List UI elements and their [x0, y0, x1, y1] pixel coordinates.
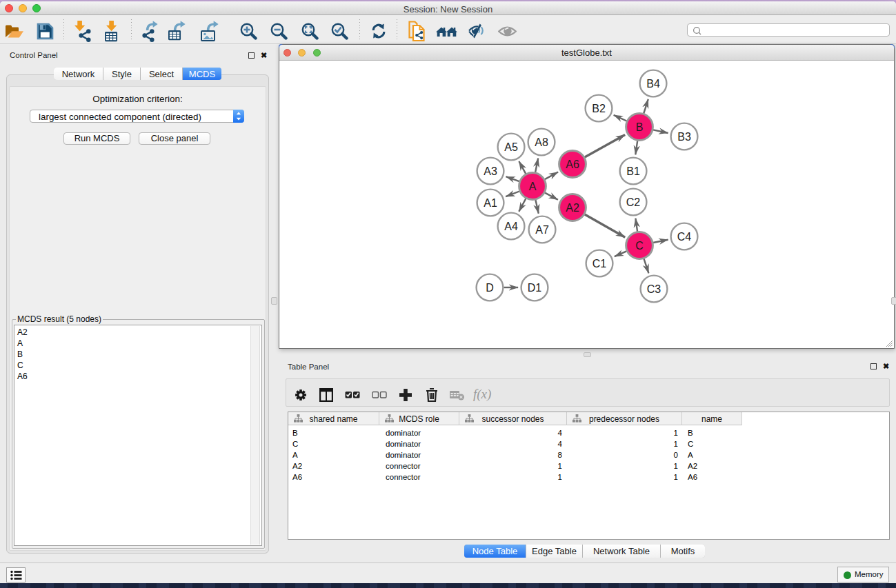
result-scrollbar[interactable]: [250, 326, 260, 545]
open-file-button[interactable]: [5, 23, 24, 40]
graph-node-A5[interactable]: A5: [498, 134, 525, 161]
table-panel-close-icon[interactable]: ✖: [883, 363, 889, 370]
graph-edge-B-B2[interactable]: [614, 115, 627, 121]
graph-edge-A6-B[interactable]: [585, 135, 625, 158]
apply-layout-button[interactable]: [371, 23, 386, 39]
mcds-result-item[interactable]: A6: [17, 371, 28, 382]
import-table-button[interactable]: [103, 20, 122, 43]
first-neighbors-button[interactable]: [436, 26, 457, 37]
graph-node-A1[interactable]: A1: [477, 190, 504, 216]
delete-columns-button[interactable]: [425, 387, 439, 403]
graph-edge-A-A2[interactable]: [545, 193, 558, 200]
unselect-all-button[interactable]: [372, 389, 387, 401]
desktop-wallpaper: [0, 583, 896, 588]
graph-node-B1[interactable]: B1: [620, 158, 647, 185]
save-session-button[interactable]: [37, 23, 54, 40]
graph-edge-B-B4[interactable]: [644, 99, 648, 114]
close-panel-button[interactable]: Close panel: [139, 132, 210, 145]
graph-node-B3[interactable]: B3: [671, 123, 698, 150]
graph-node-B4[interactable]: B4: [640, 70, 667, 97]
graph-node-C[interactable]: C: [626, 232, 653, 259]
column-header-MCDS-role[interactable]: MCDS role: [379, 412, 459, 425]
export-table-button[interactable]: [168, 20, 188, 42]
graph-node-A3[interactable]: A3: [477, 158, 504, 185]
control-tab-style[interactable]: Style: [103, 68, 141, 80]
column-header-predecessor-nodes[interactable]: predecessor nodes: [567, 412, 682, 425]
export-network-button[interactable]: [141, 20, 161, 42]
mcds-result-item[interactable]: A2: [17, 327, 28, 338]
control-tab-network[interactable]: Network: [54, 68, 103, 80]
network-window-titlebar[interactable]: testGlobe.txt: [279, 45, 894, 61]
export-image-button[interactable]: [200, 20, 221, 42]
window-resize-grip[interactable]: [885, 339, 893, 347]
graph-edge-C-C1[interactable]: [615, 251, 627, 256]
graph-edge-A-A4[interactable]: [519, 199, 526, 212]
mcds-result-list[interactable]: A2ABCA6: [14, 325, 262, 546]
table-tab-node-table[interactable]: Node Table: [464, 545, 526, 558]
import-network-button[interactable]: [74, 20, 92, 43]
graph-node-A[interactable]: A: [519, 173, 546, 200]
zoom-out-button[interactable]: [270, 23, 288, 40]
graph-node-C4[interactable]: C4: [671, 223, 698, 250]
graph-edge-B-B1[interactable]: [635, 141, 637, 154]
mcds-result-item[interactable]: C: [17, 360, 28, 371]
graph-edge-A-A8[interactable]: [535, 158, 538, 172]
graph-edge-A-A7[interactable]: [535, 200, 538, 214]
graph-node-A7[interactable]: A7: [529, 216, 556, 243]
table-tab-network-table[interactable]: Network Table: [583, 545, 661, 558]
mcds-result-item[interactable]: B: [17, 349, 28, 360]
table-tab-edge-table[interactable]: Edge Table: [526, 545, 583, 558]
table-cell: dominator: [386, 440, 421, 448]
control-tab-mcds[interactable]: MCDS: [183, 68, 221, 80]
control-tab-select[interactable]: Select: [141, 68, 183, 80]
table-panel-float-icon[interactable]: [870, 363, 877, 369]
optimization-dropdown[interactable]: largest connected component (directed): [30, 110, 244, 123]
graph-edge-A-A6[interactable]: [545, 172, 558, 180]
table-tab-motifs[interactable]: Motifs: [661, 545, 705, 558]
graph-node-D[interactable]: D: [477, 274, 504, 301]
graph-node-A8[interactable]: A8: [528, 129, 555, 156]
show-panels-button[interactable]: [6, 567, 26, 582]
graph-edge-C-C3[interactable]: [644, 258, 649, 273]
graph-node-A2[interactable]: A2: [559, 194, 586, 221]
control-panel-close-icon[interactable]: ✖: [261, 52, 267, 59]
column-header-successor-nodes[interactable]: successor nodes: [459, 412, 567, 425]
network-canvas[interactable]: B4B2BB3A5A8A6A3B1AC2A1A2A4A7C4CC1C3DD1: [279, 61, 894, 348]
graph-node-B[interactable]: B: [626, 114, 653, 141]
bottom-split-grip[interactable]: [584, 352, 591, 357]
table-options-button[interactable]: [295, 389, 306, 401]
graph-node-C3[interactable]: C3: [641, 276, 668, 303]
mcds-result-item[interactable]: A: [17, 338, 28, 349]
graph-edge-C-C2[interactable]: [635, 219, 637, 232]
search-input[interactable]: [687, 23, 890, 37]
graph-edge-A-A3[interactable]: [506, 176, 519, 181]
graph-node-A4[interactable]: A4: [498, 213, 525, 240]
graph-edge-C-C4[interactable]: [653, 240, 668, 243]
select-all-button[interactable]: [345, 389, 360, 401]
run-mcds-button[interactable]: Run MCDS: [63, 132, 130, 145]
graph-edge-B-B3[interactable]: [653, 130, 668, 133]
toolbar-separator: [359, 19, 360, 41]
column-header-name[interactable]: name: [682, 412, 742, 425]
graph-edge-A-A5[interactable]: [519, 161, 526, 174]
right-split-grip[interactable]: [891, 297, 896, 305]
memory-button[interactable]: Memory: [837, 567, 889, 582]
graph-node-C1[interactable]: C1: [586, 250, 613, 277]
graph-edge-A-A1[interactable]: [506, 192, 519, 197]
zoom-selected-button[interactable]: [331, 23, 348, 40]
graph-edge-A2-C[interactable]: [585, 214, 626, 237]
graph-node-B2[interactable]: B2: [586, 95, 613, 122]
zoom-fit-button[interactable]: [301, 23, 319, 40]
graph-node-C2[interactable]: C2: [620, 189, 647, 216]
show-all-button[interactable]: [498, 25, 517, 38]
show-column-button[interactable]: [319, 388, 333, 402]
hide-selected-button[interactable]: [468, 23, 485, 39]
clone-network-button[interactable]: [408, 21, 426, 42]
zoom-in-button[interactable]: [240, 23, 257, 40]
column-header-shared-name[interactable]: shared name: [288, 412, 379, 425]
graph-node-A6[interactable]: A6: [559, 151, 586, 178]
left-split-grip[interactable]: [271, 297, 277, 305]
control-panel-float-icon[interactable]: [248, 52, 255, 59]
graph-node-D1[interactable]: D1: [521, 274, 548, 301]
add-column-button[interactable]: [399, 389, 412, 401]
